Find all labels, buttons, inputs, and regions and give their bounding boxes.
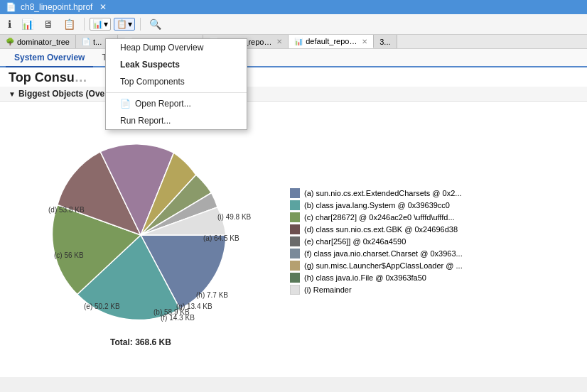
legend-color-f (290, 249, 300, 258)
legend-color-h (290, 273, 300, 283)
legend-item-f: (f) class java.nio.charset.Charset @ 0x3… (290, 249, 581, 258)
tab-label-t: t... (93, 38, 102, 46)
tab-label-dominator: dominator_tree (17, 38, 70, 46)
dropdown-item-leak-suspects[interactable]: Leak Suspects (106, 56, 247, 73)
pie-container: (a) 64.5 KB (b) 58.9 KB (c) 56 KB (d) 53… (6, 109, 276, 374)
tab-icon-dominator: 🌳 (6, 38, 14, 45)
legend-text-g: (g) sun.misc.Launcher$AppClassLoader @ .… (304, 261, 463, 270)
chart-button[interactable]: 📊 (18, 16, 37, 32)
legend-text-d: (d) class sun.nio.cs.ext.GBK @ 0x24696d3… (304, 225, 458, 234)
legend-text-h: (h) class java.io.File @ 0x3963fa50 (304, 273, 426, 282)
tab-close-report-2[interactable]: ✕ (276, 38, 282, 45)
file-icon: 📄 (6, 2, 16, 12)
separator-2 (140, 18, 141, 31)
tab-close-report-3[interactable]: ✕ (362, 38, 367, 45)
legend-text-b: (b) class java.lang.System @ 0x39639cc0 (304, 201, 450, 209)
title-bar: 📄 ch8_linepoint.hprof ✕ (0, 0, 587, 14)
legend-item-e: (e) char[256]] @ 0x246a4590 (290, 236, 581, 246)
monitor-button[interactable]: 🖥 (40, 16, 57, 32)
pie-label-i: (i) 49.8 KB (217, 213, 252, 221)
dropdown-label-top-components: Top Components (120, 77, 185, 87)
legend-item-h: (h) class java.io.File @ 0x3963fa50 (290, 273, 581, 283)
dropdown-item-top-components[interactable]: Top Components (106, 73, 247, 90)
legend-color-a (290, 188, 300, 198)
title-bar-label: ch8_linepoint.hprof (21, 2, 92, 12)
title-bar-left: 📄 ch8_linepoint.hprof ✕ (6, 2, 107, 12)
legend-text-e: (e) char[256]] @ 0x246a4590 (304, 237, 406, 246)
dropdown-item-run-report[interactable]: Run Report... (106, 112, 247, 129)
legend-text-i: (i) Remainder (304, 285, 352, 294)
nav-tab-system-overview[interactable]: System Overview (6, 49, 93, 67)
pie-label-h: (h) 7.7 KB (196, 291, 228, 299)
dropdown-2[interactable]: 📋 ▾ (114, 18, 135, 31)
chart-legend: (a) sun.nio.cs.ext.ExtendedCharsets @ 0x… (276, 109, 581, 374)
main-content: System Overview Top Components Top Consu… (0, 49, 587, 377)
legend-text-a: (a) sun.nio.cs.ext.ExtendedCharsets @ 0x… (304, 189, 462, 197)
title-bar-close[interactable]: ✕ (99, 2, 107, 12)
legend-text-c: (c) char[28672] @ 0x246ac2e0 \ufffd\ufff… (304, 213, 455, 222)
dropdown-label-heap-dump-overview: Heap Dump Overview (120, 43, 203, 53)
tab-icon-report-3: 📊 (294, 38, 303, 45)
legend-text-f: (f) class java.nio.charset.Charset @ 0x3… (304, 249, 463, 258)
legend-color-i (290, 285, 300, 295)
legend-item-b: (b) class java.lang.System @ 0x39639cc0 (290, 200, 581, 210)
dropdown-1-icon: 📊 (92, 19, 103, 29)
legend-item-c: (c) char[28672] @ 0x246ac2e0 \ufffd\ufff… (290, 212, 581, 222)
info-button[interactable]: ℹ (4, 16, 15, 32)
tab-label-report-3: default_report o... (306, 37, 357, 45)
dropdown-2-arrow: ▾ (128, 19, 132, 29)
clipboard-button[interactable]: 📋 (60, 16, 79, 32)
dropdown-2-icon: 📋 (117, 19, 127, 29)
tab-dominator-tree[interactable]: 🌳 dominator_tree (0, 35, 76, 48)
pie-label-f: (f) 14.3 KB (161, 314, 195, 322)
pie-label-d: (d) 53.8 KB (48, 206, 85, 214)
chart-total-label: Total: 368.6 KB (110, 337, 171, 347)
tab-icon-t: 📄 (82, 38, 90, 45)
legend-color-b (290, 200, 300, 210)
section-collapse-arrow[interactable]: ▼ (9, 90, 16, 98)
pie-label-e: (e) 50.2 KB (84, 303, 120, 310)
dropdown-1[interactable]: 📊 ▾ (90, 18, 111, 31)
tab-overflow[interactable]: 3... (374, 35, 397, 48)
dropdown-1-arrow: ▾ (104, 19, 108, 29)
section-header-biggest-objects: ▼ Biggest Objects (Overview) (0, 87, 587, 102)
dropdown-label-leak-suspects: Leak Suspects (120, 60, 180, 70)
toolbar: ℹ 📊 🖥 📋 📊 ▾ 📋 ▾ 🔍 (0, 14, 587, 35)
dropdown-divider (106, 92, 247, 93)
chart-area: (a) 64.5 KB (b) 58.9 KB (c) 56 KB (d) 53… (0, 102, 587, 377)
dropdown-label-open-report: Open Report... (135, 99, 191, 109)
dropdown-item-heap-dump-overview[interactable]: Heap Dump Overview (106, 39, 247, 56)
dropdown-label-run-report: Run Report... (120, 116, 171, 126)
legend-color-d (290, 224, 300, 234)
legend-item-i: (i) Remainder (290, 285, 581, 295)
page-title: Top Consu… (0, 67, 587, 87)
legend-color-c (290, 212, 300, 222)
legend-color-e (290, 236, 300, 246)
separator-1 (84, 18, 85, 31)
pie-label-g: (g) 13.4 KB (176, 303, 212, 310)
nav-tabs: System Overview Top Components (0, 49, 587, 67)
tab-bar: 🌳 dominator_tree 📄 t... ✕ 📊 default_repo… (0, 35, 587, 49)
tab-label-overflow: 3... (379, 38, 390, 46)
pie-label-c: (c) 56 KB (54, 251, 84, 259)
dropdown-menu: Heap Dump Overview Leak Suspects Top Com… (105, 38, 247, 130)
pie-chart: (a) 64.5 KB (b) 58.9 KB (c) 56 KB (d) 53… (20, 136, 262, 334)
search-button[interactable]: 🔍 (146, 16, 165, 32)
legend-item-g: (g) sun.misc.Launcher$AppClassLoader @ .… (290, 261, 581, 271)
legend-color-g (290, 261, 300, 271)
dropdown-item-open-report[interactable]: 📄 Open Report... (106, 95, 247, 112)
legend-item-d: (d) class sun.nio.cs.ext.GBK @ 0x24696d3… (290, 224, 581, 234)
pie-label-a: (a) 64.5 KB (203, 234, 239, 242)
open-report-icon: 📄 (120, 99, 131, 109)
legend-item-a: (a) sun.nio.cs.ext.ExtendedCharsets @ 0x… (290, 188, 581, 198)
tab-report-3[interactable]: 📊 default_report o... ✕ (289, 35, 374, 48)
